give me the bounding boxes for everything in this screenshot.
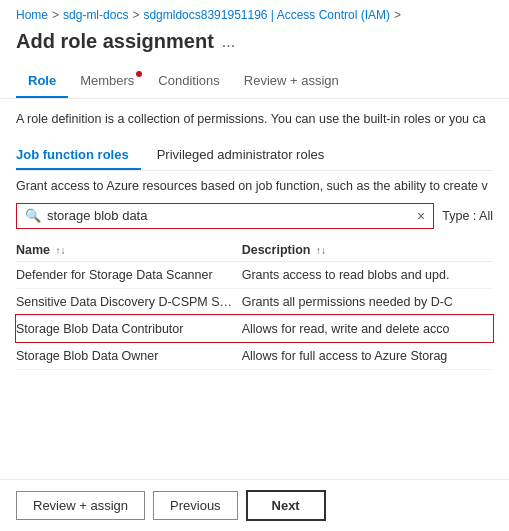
row-description: Allows for read, write and delete acco (242, 315, 493, 342)
table-row-highlighted[interactable]: Storage Blob Data Contributor Allows for… (16, 315, 493, 342)
breadcrumb-sep-2: > (132, 8, 139, 22)
name-sort-icon[interactable]: ↑↓ (56, 245, 66, 256)
tab-role[interactable]: Role (16, 65, 68, 98)
search-input[interactable] (47, 208, 411, 223)
content-area: A role definition is a collection of per… (0, 99, 509, 382)
row-name: Sensitive Data Discovery D-CSPM Scanner … (16, 288, 242, 315)
search-clear-icon[interactable]: × (417, 208, 425, 224)
breadcrumb-home[interactable]: Home (16, 8, 48, 22)
footer: Review + assign Previous Next (0, 479, 509, 531)
table-row[interactable]: Defender for Storage Data Scanner Grants… (16, 261, 493, 288)
review-assign-button[interactable]: Review + assign (16, 491, 145, 520)
tab-members[interactable]: Members (68, 65, 146, 98)
sub-tab-bar: Job function roles Privileged administra… (16, 141, 493, 171)
breadcrumb-iam[interactable]: sdgmldocs8391951196 | Access Control (IA… (143, 8, 390, 22)
breadcrumb-sdg-ml-docs[interactable]: sdg-ml-docs (63, 8, 128, 22)
search-icon: 🔍 (25, 208, 41, 223)
tab-bar: Role Members Conditions Review + assign (0, 65, 509, 99)
sub-description: Grant access to Azure resources based on… (16, 179, 493, 193)
row-description: Grants all permissions needed by D-C (242, 288, 493, 315)
page-title-container: Add role assignment ... (0, 26, 509, 65)
tab-review-assign[interactable]: Review + assign (232, 65, 351, 98)
role-description: A role definition is a collection of per… (16, 111, 493, 129)
type-filter-label: Type : All (442, 209, 493, 223)
row-description: Grants access to read blobs and upd. (242, 261, 493, 288)
page-title: Add role assignment (16, 30, 214, 53)
breadcrumb: Home > sdg-ml-docs > sdgmldocs8391951196… (0, 0, 509, 26)
row-name: Defender for Storage Data Scanner (16, 261, 242, 288)
breadcrumb-sep-1: > (52, 8, 59, 22)
row-name: Storage Blob Data Contributor (16, 315, 242, 342)
col-header-name: Name ↑↓ (16, 239, 242, 262)
row-description: Allows for full access to Azure Storag (242, 342, 493, 369)
next-button[interactable]: Next (246, 490, 326, 521)
members-dot (136, 71, 142, 77)
table-row[interactable]: Storage Blob Data Owner Allows for full … (16, 342, 493, 369)
search-box[interactable]: 🔍 × (16, 203, 434, 229)
tab-conditions[interactable]: Conditions (146, 65, 231, 98)
col-header-description: Description ↑↓ (242, 239, 493, 262)
row-name: Storage Blob Data Owner (16, 342, 242, 369)
table-row[interactable]: Sensitive Data Discovery D-CSPM Scanner … (16, 288, 493, 315)
search-row: 🔍 × Type : All (16, 203, 493, 229)
roles-table: Name ↑↓ Description ↑↓ Defender for Stor… (16, 239, 493, 370)
sub-tab-job-function[interactable]: Job function roles (16, 141, 141, 170)
previous-button[interactable]: Previous (153, 491, 238, 520)
sub-tab-privileged-admin[interactable]: Privileged administrator roles (157, 141, 337, 170)
description-sort-icon[interactable]: ↑↓ (316, 245, 326, 256)
page-title-ellipsis[interactable]: ... (222, 33, 235, 51)
breadcrumb-sep-3: > (394, 8, 401, 22)
